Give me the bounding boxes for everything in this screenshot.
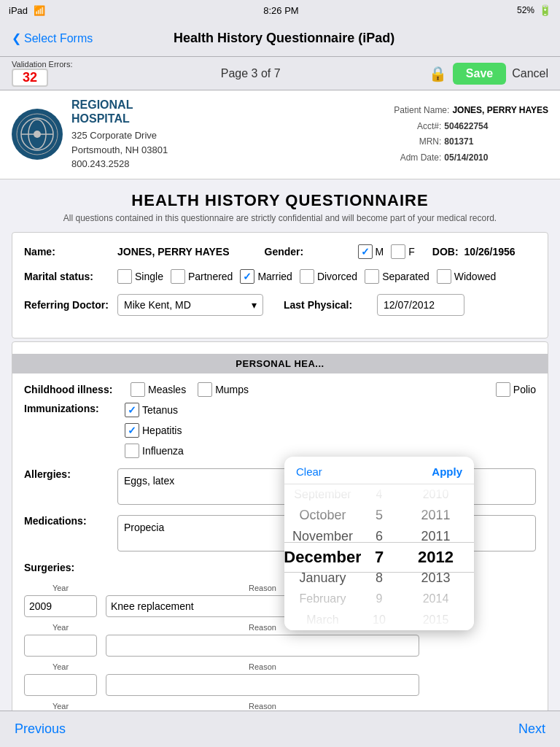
lock-icon: 🔒 xyxy=(429,65,447,82)
battery-percent: 52% xyxy=(517,5,534,15)
chevron-left-icon: ❮ xyxy=(12,31,21,45)
mumps-checkbox[interactable] xyxy=(198,382,212,397)
doctor-physical-row: Referring Doctor: Mike Kent, MD ▾ Last P… xyxy=(24,294,536,316)
marital-single[interactable]: Single xyxy=(117,269,163,284)
doctor-select-value: Mike Kent, MD xyxy=(124,299,191,311)
divorced-checkbox[interactable] xyxy=(300,269,314,284)
hospital-logo-svg xyxy=(15,112,59,156)
previous-button[interactable]: Previous xyxy=(15,721,66,737)
month-oct: October xyxy=(284,505,361,526)
married-label: Married xyxy=(257,271,292,282)
medications-label: Medications: xyxy=(24,515,112,527)
surgery-reason-input-3[interactable] xyxy=(106,674,419,696)
date-picker-overlay: Clear Apply September October November D… xyxy=(284,457,474,630)
gender-f-item[interactable]: F xyxy=(391,244,415,259)
dob-label: DOB: xyxy=(432,246,459,258)
marital-widowed[interactable]: Widowed xyxy=(437,269,497,284)
hepatitis-checkbox[interactable] xyxy=(125,423,139,438)
last-physical-input[interactable]: 12/07/2012 xyxy=(377,294,464,316)
tetanus-item[interactable]: Tetanus xyxy=(125,403,184,417)
day-4: 4 xyxy=(361,484,397,506)
doctor-select[interactable]: Mike Kent, MD ▾ xyxy=(117,294,263,316)
surgery-year-input-2[interactable] xyxy=(24,635,97,657)
main-content: HEALTH HISTORY QUESTIONNAIRE All questio… xyxy=(0,179,560,747)
year-column[interactable]: 2010 2011 2011 2012 2013 2014 2015 xyxy=(397,484,474,630)
month-column[interactable]: September October November December Janu… xyxy=(284,484,361,630)
immunizations-row: Immunizations: Tetanus Hepatitis Influen… xyxy=(24,403,536,458)
datepicker-clear-button[interactable]: Clear xyxy=(296,465,322,478)
hospital-header: REGIONAL HOSPITAL 325 Corporate Drive Po… xyxy=(0,90,560,179)
single-checkbox[interactable] xyxy=(117,269,132,284)
section-header: PERSONAL HEA... xyxy=(12,354,548,374)
marital-separated[interactable]: Separated xyxy=(365,269,429,284)
marital-divorced[interactable]: Divorced xyxy=(300,269,357,284)
polio-checkbox[interactable] xyxy=(496,382,510,397)
marital-options: Single Partnered Married Divorced Separa… xyxy=(117,269,496,284)
day-5: 5 xyxy=(361,505,397,526)
reason-col-label-3: Reason xyxy=(106,662,419,671)
childhood-illness-row: Childhood illness: Measles Mumps Polio xyxy=(24,382,536,397)
name-field-label: Name: xyxy=(24,246,112,258)
year-col-label-1: Year xyxy=(24,584,97,592)
surgery-year-input-1[interactable] xyxy=(24,595,97,617)
gender-f-label: F xyxy=(408,246,415,258)
form-title: HEALTH HISTORY QUESTIONNAIRE xyxy=(12,191,548,210)
patient-info: Patient Name: JONES, PERRY HAYES Acct#: … xyxy=(394,103,548,166)
year-col-label-3: Year xyxy=(24,662,97,671)
immunizations-group: Tetanus Hepatitis Influenza xyxy=(125,403,184,458)
month-sep: September xyxy=(284,484,361,506)
influenza-checkbox[interactable] xyxy=(125,444,139,458)
gender-m-checkbox[interactable] xyxy=(358,244,373,259)
influenza-item[interactable]: Influenza xyxy=(125,444,184,458)
year-2015: 2015 xyxy=(397,609,474,630)
surgery-reason-col-3: Reason xyxy=(106,662,419,696)
form-subtitle: All questions contained in this question… xyxy=(12,213,548,223)
marital-partnered[interactable]: Partnered xyxy=(171,269,233,284)
next-button[interactable]: Next xyxy=(518,721,545,737)
svg-point-4 xyxy=(34,131,41,138)
last-physical-label: Last Physical: xyxy=(284,299,371,311)
surgery-year-col-3: Year xyxy=(24,662,97,696)
day-8: 8 xyxy=(361,568,397,589)
gender-f-checkbox[interactable] xyxy=(391,244,405,259)
separated-checkbox[interactable] xyxy=(365,269,379,284)
widowed-checkbox[interactable] xyxy=(437,269,451,284)
year-2014: 2014 xyxy=(397,589,474,610)
partnered-checkbox[interactable] xyxy=(171,269,185,284)
year-2012: 2012 xyxy=(397,547,474,568)
childhood-illness-label: Childhood illness: xyxy=(24,384,119,395)
mumps-label: Mumps xyxy=(215,384,249,395)
single-label: Single xyxy=(135,271,163,282)
year-2010: 2010 xyxy=(397,484,474,506)
hepatitis-item[interactable]: Hepatitis xyxy=(125,423,184,438)
tetanus-checkbox[interactable] xyxy=(125,403,139,417)
day-9: 9 xyxy=(361,589,397,610)
save-button[interactable]: Save xyxy=(453,63,506,85)
adm-date-label: Adm Date: xyxy=(394,150,441,166)
day-column[interactable]: 4 5 6 7 8 9 10 xyxy=(361,484,397,630)
surgery-reason-input-2[interactable] xyxy=(106,635,419,657)
gender-m-item[interactable]: M xyxy=(358,244,384,259)
hospital-address: 325 Corporate Drive Portsmouth, NH 03801… xyxy=(71,128,168,171)
year-2011: 2011 xyxy=(397,505,474,526)
surgery-year-input-3[interactable] xyxy=(24,674,97,696)
datepicker-apply-button[interactable]: Apply xyxy=(432,465,462,478)
mumps-item[interactable]: Mumps xyxy=(198,382,249,397)
married-checkbox[interactable] xyxy=(240,269,254,284)
back-button[interactable]: ❮ Select Forms xyxy=(12,31,93,45)
mrn-label: MRN: xyxy=(394,134,441,150)
measles-checkbox[interactable] xyxy=(131,382,145,397)
cancel-button[interactable]: Cancel xyxy=(512,67,548,80)
adm-date-value: 05/14/2010 xyxy=(444,150,488,166)
status-bar: iPad 📶 8:26 PM 52% 🔋 xyxy=(0,0,560,20)
measles-item[interactable]: Measles xyxy=(131,382,186,397)
marital-married[interactable]: Married xyxy=(240,269,292,284)
reason-col-label-4: Reason xyxy=(106,702,419,711)
month-mar: March xyxy=(284,609,361,630)
nav-title: Health History Questionnaire (iPad) xyxy=(93,31,475,46)
year-col-label-4: Year xyxy=(24,702,97,711)
day-7: 7 xyxy=(361,547,397,568)
month-jan: January xyxy=(284,568,361,589)
patient-info-section: Name: JONES, PERRY HAYES Gender: M F DOB… xyxy=(12,232,548,338)
polio-item[interactable]: Polio xyxy=(496,382,536,397)
